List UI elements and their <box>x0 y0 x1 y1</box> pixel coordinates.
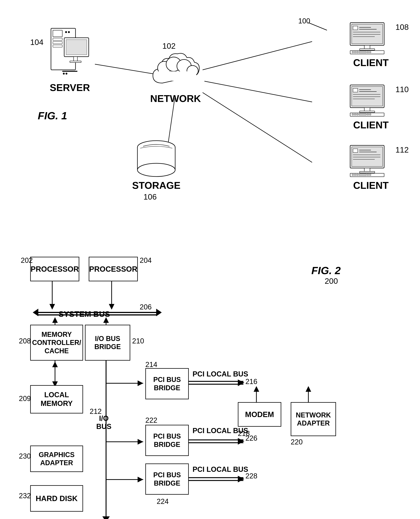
svg-rect-10 <box>53 45 62 47</box>
client1-icon <box>348 21 394 55</box>
fig2-title: FIG. 2 <box>311 264 341 277</box>
svg-marker-83 <box>156 309 162 316</box>
svg-line-2 <box>202 42 312 70</box>
io-bus-label: I/OBUS <box>96 414 111 431</box>
svg-point-12 <box>68 31 70 33</box>
ref-228: 228 <box>245 472 257 480</box>
svg-rect-62 <box>359 114 366 115</box>
svg-rect-44 <box>357 51 358 53</box>
client2-icon <box>348 83 394 117</box>
svg-rect-17 <box>62 71 77 72</box>
svg-point-18 <box>63 73 65 75</box>
ref-220: 220 <box>291 438 303 446</box>
network-label: NETWORK <box>147 93 204 104</box>
svg-rect-67 <box>353 149 358 152</box>
ref-208: 208 <box>19 337 31 345</box>
svg-line-4 <box>202 92 312 162</box>
client3-label: CLIENT <box>348 180 394 191</box>
hard-disk-box: HARD DISK <box>30 485 83 512</box>
svg-rect-78 <box>357 174 358 176</box>
svg-rect-61 <box>357 114 358 115</box>
storage-label: STORAGE <box>132 180 180 191</box>
pci-local-bus1-label: PCI LOCAL BUS <box>193 370 248 378</box>
network-cloud-icon <box>147 49 204 91</box>
ref-214: 214 <box>145 361 157 369</box>
svg-rect-9 <box>53 42 62 44</box>
client2-label: CLIENT <box>348 119 394 131</box>
svg-marker-87 <box>49 304 55 310</box>
svg-marker-118 <box>238 476 244 482</box>
ref-206: 206 <box>140 303 152 311</box>
svg-line-5 <box>308 23 327 30</box>
server-icon <box>49 26 91 79</box>
ref-106: 106 <box>143 192 157 202</box>
svg-rect-60 <box>354 114 356 115</box>
svg-rect-81 <box>369 174 371 176</box>
svg-marker-102 <box>238 379 244 386</box>
client1-label: CLIENT <box>348 57 394 68</box>
system-bus-label: SYSTEM BUS <box>59 310 110 319</box>
pci-bus-bridge3-box: PCI BUSBRIDGE <box>145 464 189 495</box>
fig2-diagram: FIG. 2 200 <box>15 245 405 519</box>
ref-212: 212 <box>90 407 102 415</box>
local-memory-box: LOCALMEMORY <box>30 385 83 414</box>
ref-209: 209 <box>19 395 31 403</box>
svg-marker-99 <box>138 380 143 386</box>
svg-rect-8 <box>53 38 62 40</box>
svg-marker-107 <box>306 386 311 392</box>
ref-104: 104 <box>30 38 43 47</box>
pci-local-bus3-label: PCI LOCAL BUS <box>193 465 248 474</box>
svg-rect-42 <box>352 51 353 53</box>
svg-point-11 <box>65 31 67 33</box>
storage-group: STORAGE 106 <box>132 140 180 191</box>
svg-point-19 <box>66 73 68 75</box>
svg-point-30 <box>137 163 175 177</box>
graphics-adapter-box: GRAPHICSADAPTER <box>30 445 83 472</box>
svg-rect-63 <box>367 114 369 115</box>
svg-rect-50 <box>353 88 358 92</box>
svg-rect-7 <box>53 30 62 37</box>
ref-226: 226 <box>245 434 257 442</box>
io-bus-bridge-box: I/O BUSBRIDGE <box>85 325 130 361</box>
svg-rect-77 <box>354 174 356 176</box>
processor1-box: PROCESSOR <box>30 257 79 281</box>
ref-202: 202 <box>21 256 33 264</box>
svg-rect-76 <box>352 174 353 176</box>
memory-controller-box: MEMORYCONTROLLER/CACHE <box>30 325 83 361</box>
svg-marker-109 <box>138 439 143 445</box>
ref-112: 112 <box>396 145 409 154</box>
svg-marker-115 <box>138 477 143 482</box>
pci-bus-bridge1-box: PCI BUSBRIDGE <box>145 368 189 399</box>
ref-204: 204 <box>140 256 152 264</box>
svg-rect-14 <box>66 40 87 55</box>
fig1-diagram: FIG. 1 100 104 <box>15 11 405 234</box>
fig1-title: FIG. 1 <box>38 110 67 122</box>
svg-rect-79 <box>359 174 366 176</box>
svg-rect-33 <box>353 26 358 30</box>
svg-rect-80 <box>367 174 369 176</box>
svg-rect-57 <box>360 111 375 113</box>
ref-222: 222 <box>145 416 157 424</box>
pci-local-bus2-label: PCI LOCAL BUS <box>193 427 248 435</box>
ref-110: 110 <box>396 85 409 94</box>
fig2-connectors <box>15 245 405 519</box>
svg-rect-47 <box>369 51 371 53</box>
pci-bus-bridge2-box: PCI BUSBRIDGE <box>145 425 189 456</box>
fig2-ref-200: 200 <box>325 277 338 286</box>
client3-icon <box>348 143 394 177</box>
svg-rect-59 <box>352 114 353 115</box>
svg-rect-45 <box>359 51 366 53</box>
svg-marker-105 <box>254 386 259 392</box>
svg-marker-82 <box>33 309 38 316</box>
page: FIG. 1 100 104 <box>0 0 420 519</box>
ref-210: 210 <box>132 337 144 345</box>
ref-230: 230 <box>19 452 31 460</box>
storage-icon <box>134 140 179 177</box>
network-group: 102 NETWORK <box>147 49 204 104</box>
client1-group: 108 <box>348 21 394 68</box>
svg-rect-40 <box>360 49 375 50</box>
client2-group: 110 CLIENT <box>348 83 394 131</box>
svg-marker-95 <box>52 361 58 367</box>
ref-224: 224 <box>157 497 169 506</box>
ref-232: 232 <box>19 492 31 500</box>
